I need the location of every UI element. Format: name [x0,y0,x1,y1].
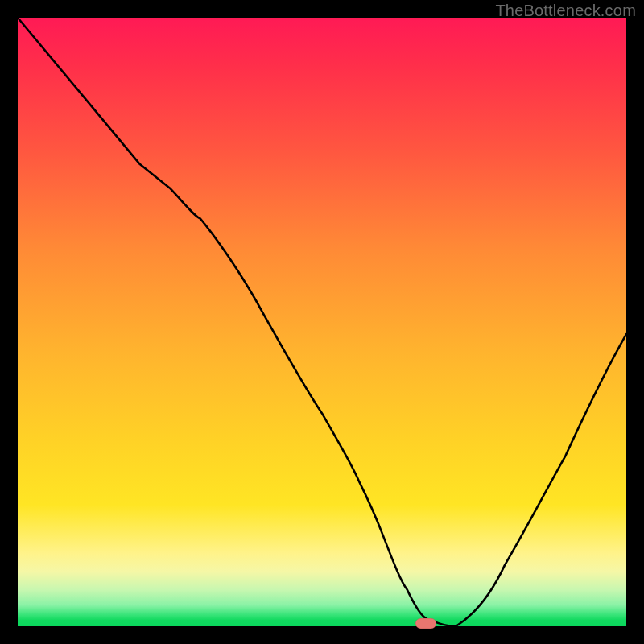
bottleneck-curve [18,18,626,626]
chart-frame: TheBottleneck.com [0,0,644,644]
plot-area [18,18,626,626]
watermark-text: TheBottleneck.com [495,2,636,20]
min-point-marker [415,618,436,629]
